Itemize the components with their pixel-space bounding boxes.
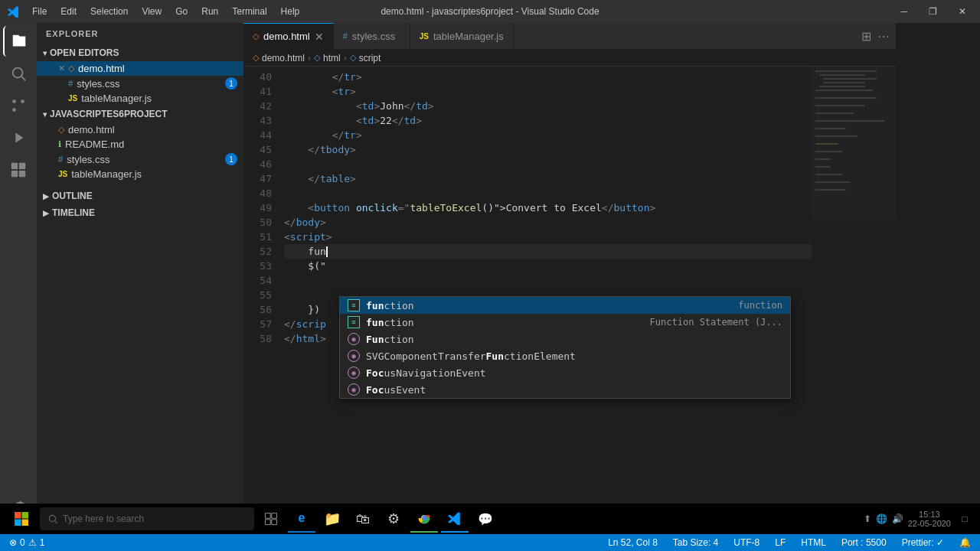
status-errors[interactable]: ⊗ 0 ⚠ 1 (6, 537, 47, 548)
svg-point-33 (49, 515, 55, 521)
sidebar: EXPLORER ▾ OPEN EDITORS ✕ ◇ demo.html ✕ … (37, 23, 243, 528)
svg-rect-28 (812, 67, 896, 220)
autocomplete-item-function-3[interactable]: ◉ Function (340, 331, 790, 347)
activity-extensions[interactable] (3, 155, 34, 185)
more-actions-icon[interactable]: ⋯ (877, 29, 890, 44)
taskbar-clock[interactable]: 15:13 22-05-2020 (908, 510, 951, 528)
taskbar-edge-button[interactable]: e (288, 505, 315, 533)
taskbar-search-placeholder: Type here to search (63, 514, 144, 524)
svg-line-1 (21, 77, 25, 80)
split-editor-icon[interactable]: ⊞ (861, 29, 871, 44)
taskbar-store-button[interactable]: 🛍 (349, 505, 377, 533)
project-file-styles-css[interactable]: # styles.css 1 (37, 152, 243, 167)
notification-button[interactable]: □ (956, 510, 974, 528)
open-editors-section[interactable]: ▾ OPEN EDITORS (37, 44, 243, 61)
autocomplete-item-focusnav[interactable]: ◉ FocusNavigationEvent (340, 364, 790, 381)
taskbar-explorer-button[interactable]: 📁 (318, 505, 346, 533)
project-file-tablemanager-js[interactable]: JS tableManager.js (37, 167, 243, 181)
clock-date: 22-05-2020 (908, 519, 951, 528)
breadcrumb-file[interactable]: demo.html (262, 53, 305, 64)
task-view-icon (264, 512, 278, 526)
vscode-logo (8, 5, 20, 18)
outline-chevron: ▶ (43, 192, 49, 201)
autocomplete-item-function-2[interactable]: ≡ function Function Statement (J... (340, 314, 790, 331)
autocomplete-item-function-1[interactable]: ≡ function function (340, 297, 790, 314)
start-button[interactable] (6, 505, 37, 533)
breadcrumb-script[interactable]: script (359, 53, 381, 64)
menu-item-run[interactable]: Run (195, 5, 224, 18)
status-encoding[interactable]: UTF-8 (730, 537, 763, 548)
activity-search[interactable] (3, 58, 34, 89)
menu-item-selection[interactable]: Selection (84, 5, 134, 18)
settings-icon: ⚙ (387, 510, 400, 527)
open-editor-demo-html[interactable]: ✕ ◇ demo.html (37, 61, 243, 76)
menu-item-terminal[interactable]: Terminal (226, 5, 273, 18)
maximize-button[interactable]: ❐ (923, 5, 943, 18)
taskbar-chrome-button[interactable] (410, 505, 438, 533)
code-editor[interactable]: </tr> <tr> <td>John</td> <td>22</td> </t… (278, 67, 812, 505)
port-text: Port : 5500 (841, 537, 887, 548)
status-line-ending[interactable]: LF (772, 537, 789, 548)
tab-styles-css[interactable]: # styles.css (334, 23, 410, 49)
open-editor-filename: styles.css (77, 78, 119, 90)
autocomplete-item-icon: ◉ (348, 367, 360, 379)
tab-demo-html[interactable]: ◇ demo.html ✕ (243, 23, 334, 49)
taskbar-search[interactable]: Type here to search (40, 507, 254, 530)
autocomplete-dropdown: ≡ function function ≡ function Function … (339, 296, 791, 399)
editor-content[interactable]: 40 41 42 43 44 45 46 47 48 49 50 51 52 5… (243, 67, 896, 505)
menu-item-view[interactable]: View (136, 5, 168, 18)
tab-bar: ◇ demo.html ✕ # styles.css JS tableManag… (243, 23, 896, 50)
status-notifications[interactable]: 🔔 (956, 537, 974, 548)
code-line-44: </tr> (284, 128, 812, 142)
task-view-button[interactable] (257, 505, 285, 533)
close-button[interactable]: ✕ (952, 5, 972, 18)
activity-run-debug[interactable] (3, 122, 34, 153)
timeline-section[interactable]: ▶ TIMELINE (37, 204, 243, 221)
status-tab-size[interactable]: Tab Size: 4 (670, 537, 721, 548)
status-port[interactable]: Port : 5500 (838, 537, 890, 548)
close-file-icon[interactable]: ✕ (58, 64, 65, 73)
system-tray: ⬆ 🌐 🔊 15:13 22-05-2020 □ (864, 510, 974, 528)
status-position[interactable]: Ln 52, Col 8 (605, 537, 661, 548)
code-line-52: fun (284, 244, 812, 259)
open-editors-chevron: ▾ (43, 49, 47, 57)
menu-item-edit[interactable]: Edit (54, 5, 83, 18)
menu-item-help[interactable]: Help (275, 5, 306, 18)
svg-rect-32 (22, 520, 29, 527)
project-file-readme[interactable]: ℹ README.md (37, 137, 243, 152)
warning-count: 1 (40, 537, 45, 548)
project-section[interactable]: ▾ JAVASCRIPTES6PROJECT (37, 106, 243, 122)
open-editor-styles-css[interactable]: ✕ # styles.css 1 (37, 76, 243, 91)
file-badge: 1 (225, 153, 237, 165)
taskbar-language-button[interactable]: 💬 (472, 505, 499, 533)
tray-icon-network[interactable]: 🌐 (876, 514, 887, 524)
menu-item-go[interactable]: Go (169, 5, 194, 18)
autocomplete-item-focusevent[interactable]: ◉ FocusEvent (340, 381, 790, 398)
status-prettier[interactable]: Prettier: ✓ (899, 537, 947, 548)
breadcrumb-html[interactable]: html (323, 53, 341, 64)
autocomplete-item-icon: ≡ (348, 316, 360, 328)
code-line-42: <td>John</td> (284, 99, 812, 113)
clock-time: 15:13 (919, 510, 940, 519)
tab-label: tableManager.js (433, 31, 504, 42)
code-line-47: </table> (284, 171, 812, 186)
taskbar-settings-button[interactable]: ⚙ (380, 505, 407, 533)
autocomplete-item-svgcomponent[interactable]: ◉ SVGComponentTransferFunctionElement (340, 347, 790, 364)
status-language[interactable]: HTML (798, 537, 829, 548)
tab-tablemanager-js[interactable]: JS tableManager.js (410, 23, 514, 49)
menu-item-file[interactable]: File (26, 5, 53, 18)
project-file-demo-html[interactable]: ◇ demo.html (37, 122, 243, 137)
code-line-46 (284, 157, 812, 171)
tray-icon-1[interactable]: ⬆ (864, 514, 871, 524)
tab-close-button[interactable]: ✕ (315, 31, 324, 43)
outline-section[interactable]: ▶ OUTLINE (37, 187, 243, 204)
open-editor-tablemanager-js[interactable]: ✕ JS tableManager.js (37, 91, 243, 106)
tray-icon-volume[interactable]: 🔊 (892, 514, 903, 524)
activity-explorer[interactable] (3, 26, 34, 57)
activity-source-control[interactable] (3, 90, 34, 121)
minimize-button[interactable]: ─ (894, 5, 913, 18)
edge-icon: e (299, 511, 305, 525)
tab-js-icon: JS (420, 32, 429, 41)
taskbar-vscode-button[interactable] (441, 505, 469, 533)
svg-rect-7 (11, 171, 18, 177)
